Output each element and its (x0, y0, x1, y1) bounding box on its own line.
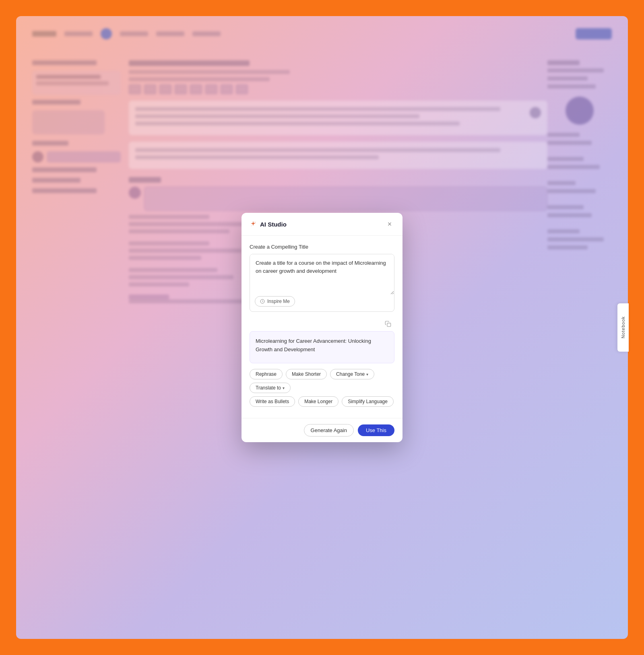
copy-icon (385, 321, 391, 327)
make-shorter-label: Make Shorter (292, 371, 321, 377)
simplify-language-label: Simplify Language (348, 399, 388, 404)
modal-title: AI Studio (260, 221, 287, 228)
action-buttons-row-2: Write as Bullets Make Longer Simplify La… (250, 396, 394, 407)
make-longer-label: Make Longer (304, 399, 332, 404)
svg-point-0 (254, 222, 255, 222)
generate-again-label: Generate Again (311, 427, 347, 433)
translate-chevron: ▾ (283, 386, 285, 390)
modal-close-button[interactable]: × (385, 219, 394, 229)
change-tone-chevron: ▾ (366, 372, 368, 377)
generate-again-button[interactable]: Generate Again (304, 424, 354, 437)
prompt-textarea-wrapper: Create a title for a course on the impac… (250, 254, 394, 312)
action-buttons-row-1: Rephrase Make Shorter Change Tone ▾ Tran… (250, 369, 394, 393)
translate-to-button[interactable]: Translate to ▾ (250, 383, 291, 393)
make-shorter-button[interactable]: Make Shorter (286, 369, 327, 379)
make-longer-button[interactable]: Make Longer (298, 396, 339, 407)
write-as-bullets-button[interactable]: Write as Bullets (250, 396, 295, 407)
change-tone-button[interactable]: Change Tone ▾ (330, 369, 374, 379)
section-label: Create a Compelling Title (250, 244, 394, 250)
prompt-textarea[interactable]: Create a title for a course on the impac… (250, 254, 394, 295)
inspire-icon (260, 299, 265, 304)
copy-btn-row (250, 317, 394, 331)
modal-body: Create a Compelling Title Create a title… (242, 236, 402, 418)
ai-studio-modal: AI Studio × Create a Compelling Title Cr… (242, 213, 402, 442)
modal-footer: Generate Again Use This (242, 418, 402, 442)
ai-studio-icon (250, 220, 257, 228)
rephrase-button[interactable]: Rephrase (250, 369, 283, 379)
translate-to-label: Translate to (256, 385, 281, 391)
inspire-me-label: Inspire Me (267, 299, 290, 304)
svg-rect-3 (387, 323, 391, 327)
modal-header: AI Studio × (242, 213, 402, 236)
use-this-label: Use This (366, 427, 386, 433)
inspire-me-button[interactable]: Inspire Me (255, 296, 295, 307)
change-tone-label: Change Tone (336, 371, 365, 377)
copy-button[interactable] (382, 318, 394, 330)
rephrase-label: Rephrase (256, 371, 277, 377)
simplify-language-button[interactable]: Simplify Language (342, 396, 394, 407)
modal-title-group: AI Studio (250, 220, 287, 228)
use-this-button[interactable]: Use This (358, 424, 394, 436)
svg-point-1 (251, 226, 252, 227)
modal-overlay: AI Studio × Create a Compelling Title Cr… (16, 16, 628, 639)
write-as-bullets-label: Write as Bullets (256, 399, 289, 404)
result-box: Microlearning for Career Advancement: Un… (250, 331, 394, 363)
